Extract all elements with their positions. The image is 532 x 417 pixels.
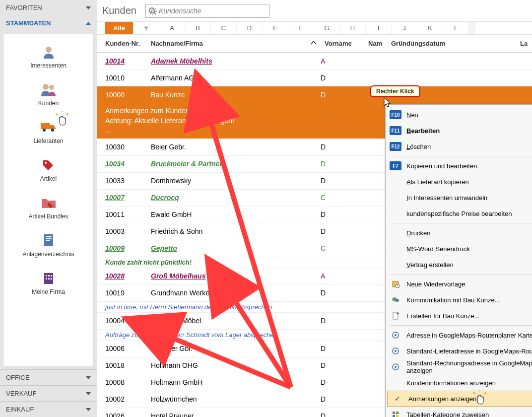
col-gruendung[interactable]: Gründungsdatum bbox=[387, 40, 516, 47]
svg-rect-13 bbox=[48, 275, 50, 277]
ctx-kopieren-bearbeiten[interactable]: F7 Kopieren und bearbeiten F7 bbox=[386, 158, 532, 174]
category-icon bbox=[390, 411, 401, 417]
alpha-letter[interactable]: H bbox=[339, 22, 365, 34]
sidebar-item-lieferanten[interactable]: Lieferanten bbox=[5, 115, 91, 152]
alpha-letter[interactable]: F bbox=[288, 22, 314, 34]
col-vorname[interactable]: Vorname bbox=[321, 40, 364, 47]
callout-tooltip: Rechter Klick bbox=[370, 85, 420, 97]
svg-point-6 bbox=[45, 162, 47, 164]
ctx-in-interessenten[interactable]: In Interessenten umwandeln bbox=[386, 190, 532, 206]
svg-rect-3 bbox=[41, 123, 50, 129]
alpha-letter[interactable]: C bbox=[210, 22, 236, 34]
sidebar-item-label: Interessenten bbox=[30, 62, 66, 69]
ctx-msword[interactable]: MS-Word Seriendruck bbox=[386, 241, 532, 257]
svg-rect-43 bbox=[393, 412, 395, 414]
ctx-rechnungsadresse-maps[interactable]: Standard-Rechnungsadresse in GoogleMaps-… bbox=[386, 359, 532, 375]
key-badge: F10 bbox=[390, 110, 401, 119]
col-last[interactable]: La bbox=[516, 40, 532, 47]
svg-point-40 bbox=[395, 350, 397, 352]
ctx-tabellenkategorie[interactable]: Tabellen-Kategorie zuweisen bbox=[386, 407, 532, 417]
ctx-drucken[interactable]: Drucken bbox=[386, 225, 532, 241]
key-badge: F12 bbox=[390, 142, 401, 151]
sidebar-item-kunden[interactable]: Kunden bbox=[5, 77, 91, 115]
ctx-label: Vertrag erstellen bbox=[406, 261, 532, 269]
sidebar-section-stammdaten[interactable]: STAMMDATEN bbox=[0, 15, 97, 31]
cursor-hand-click-icon bbox=[473, 390, 486, 405]
ctx-kommunikation[interactable]: Kommunikation mit Bau Kunze... bbox=[386, 292, 532, 308]
col-nachname[interactable]: Nachname/Firma bbox=[147, 40, 321, 47]
alpha-letter[interactable]: # bbox=[133, 22, 159, 34]
ctx-als-lieferant[interactable]: Als Lieferant kopieren bbox=[386, 174, 532, 190]
alpha-letter[interactable]: J bbox=[391, 22, 417, 34]
reminder-icon bbox=[390, 280, 401, 288]
alpha-letter[interactable]: A bbox=[159, 22, 185, 34]
ctx-loeschen[interactable]: F12 Löschen F12 bbox=[386, 139, 532, 154]
sidebar-section-einkauf[interactable]: EINKAUF bbox=[0, 401, 97, 417]
sidebar-item-label: Artikel Bundles bbox=[28, 213, 68, 220]
alpha-letter[interactable]: D bbox=[236, 22, 262, 34]
tags-icon bbox=[39, 156, 59, 173]
ctx-adresse-maps[interactable]: Adresse in GoogleMaps-Routenplaner Karte… bbox=[386, 327, 532, 343]
alpha-alle[interactable]: Alle bbox=[105, 22, 133, 34]
ctx-neu[interactable]: F10 Neu F10 bbox=[386, 107, 532, 123]
ctx-bearbeiten[interactable]: F11 Bearbeiten F11 bbox=[386, 123, 532, 139]
ctx-lieferadresse-maps[interactable]: Standard-Lieferadresse in GoogleMaps-Rou… bbox=[386, 343, 532, 359]
table-row[interactable]: 10010Alfermann AGD bbox=[97, 70, 532, 86]
alpha-filter: Alle # A B C D E F G H I J K L bbox=[97, 22, 532, 35]
table-row[interactable]: 10014Adamek MöbelhitsA bbox=[97, 53, 532, 70]
search-input[interactable] bbox=[145, 4, 269, 18]
target-icon bbox=[390, 331, 401, 339]
search-wrap bbox=[145, 4, 269, 18]
sidebar-item-artikel[interactable]: Artikel bbox=[5, 152, 91, 190]
ctx-anmerkungen[interactable]: ✓ Anmerkungen anzeigen bbox=[387, 391, 532, 407]
svg-rect-9 bbox=[46, 238, 52, 239]
chevron-down-icon bbox=[86, 6, 91, 9]
svg-rect-46 bbox=[396, 415, 399, 417]
svg-line-50 bbox=[473, 392, 475, 394]
table-header: Kunden-Nr. Nachname/Firma Vorname Nam Gr… bbox=[97, 35, 532, 53]
ctx-separator bbox=[390, 325, 532, 326]
sidebar-item-artikelbundles[interactable]: Artikel Bundles bbox=[5, 190, 91, 228]
folder-tag-icon bbox=[39, 194, 59, 211]
sidebar-section-verkauf[interactable]: VERKAUF bbox=[0, 385, 97, 401]
sidebar-section-favoriten[interactable]: FAVORITEN bbox=[0, 0, 97, 15]
svg-point-5 bbox=[51, 129, 54, 132]
ctx-label: MS-Word Seriendruck bbox=[406, 245, 532, 253]
main-area: Kunden Alle # A B C D E F G H I J K L Ku bbox=[97, 0, 532, 417]
alpha-letter[interactable]: K bbox=[417, 22, 443, 34]
gear-icon[interactable] bbox=[148, 7, 157, 16]
alpha-letter[interactable]: B bbox=[185, 22, 210, 34]
svg-rect-44 bbox=[396, 412, 399, 414]
alpha-letter[interactable]: I bbox=[365, 22, 391, 34]
svg-rect-17 bbox=[51, 278, 52, 279]
alpha-letter[interactable]: G bbox=[314, 22, 339, 34]
sidebar-item-interessenten[interactable]: Interessenten bbox=[5, 39, 91, 77]
ctx-label: Kommunikation mit Bau Kunze... bbox=[406, 296, 532, 304]
svg-point-2 bbox=[49, 85, 54, 90]
svg-point-34 bbox=[395, 299, 399, 302]
svg-text:+: + bbox=[397, 312, 399, 316]
ctx-erstellen[interactable]: + Erstellen für Bau Kunze... bbox=[386, 308, 532, 324]
ctx-label: kundenspezifische Preise bearbeiten bbox=[406, 210, 532, 217]
alpha-letter[interactable]: L bbox=[443, 22, 468, 34]
svg-rect-10 bbox=[46, 240, 50, 241]
alpha-letter[interactable]: E bbox=[262, 22, 288, 34]
ctx-wiedervorlage[interactable]: Neue Wiedervorlage bbox=[386, 276, 532, 292]
people-icon bbox=[39, 81, 59, 98]
ctx-label: Erstellen für Bau Kunze... bbox=[406, 312, 532, 320]
ctx-kundeninfo[interactable]: Kundeninformationen anzeigen bbox=[386, 375, 532, 391]
table-row[interactable]: 10000Bau KunzeD bbox=[97, 86, 532, 103]
col-name2[interactable]: Nam bbox=[364, 40, 387, 47]
ctx-vertrag[interactable]: Vertrag erstellen bbox=[386, 257, 532, 273]
sidebar-item-anlagenverzeichnis[interactable]: Anlagenverzeichnis bbox=[5, 228, 91, 266]
ctx-kundenspezifische-preise[interactable]: kundenspezifische Preise bearbeiten bbox=[386, 206, 532, 221]
sidebar-section-office[interactable]: OFFICE bbox=[0, 369, 97, 385]
svg-rect-8 bbox=[46, 236, 52, 237]
col-kundennr[interactable]: Kunden-Nr. bbox=[97, 40, 147, 47]
person-icon bbox=[39, 43, 59, 60]
svg-point-42 bbox=[395, 366, 397, 368]
svg-line-27 bbox=[150, 13, 151, 14]
sidebar-item-meinefirma[interactable]: Meine Firma bbox=[5, 266, 91, 303]
ctx-label: Neu bbox=[406, 111, 532, 119]
new-doc-icon: + bbox=[390, 312, 401, 320]
